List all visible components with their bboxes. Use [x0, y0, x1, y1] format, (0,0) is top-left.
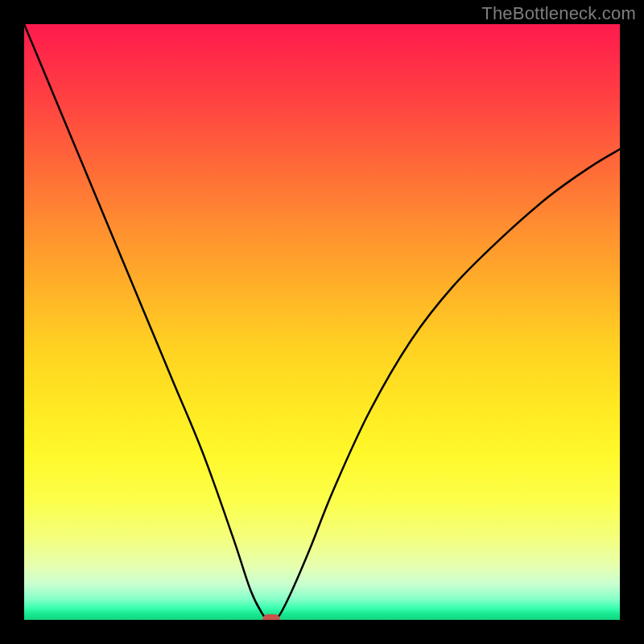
optimal-point-marker	[262, 614, 280, 620]
plot-area	[24, 24, 620, 620]
chart-container: TheBottleneck.com	[0, 0, 644, 644]
bottleneck-curve	[24, 24, 620, 620]
curve-path	[24, 24, 620, 620]
watermark-text: TheBottleneck.com	[481, 3, 636, 24]
